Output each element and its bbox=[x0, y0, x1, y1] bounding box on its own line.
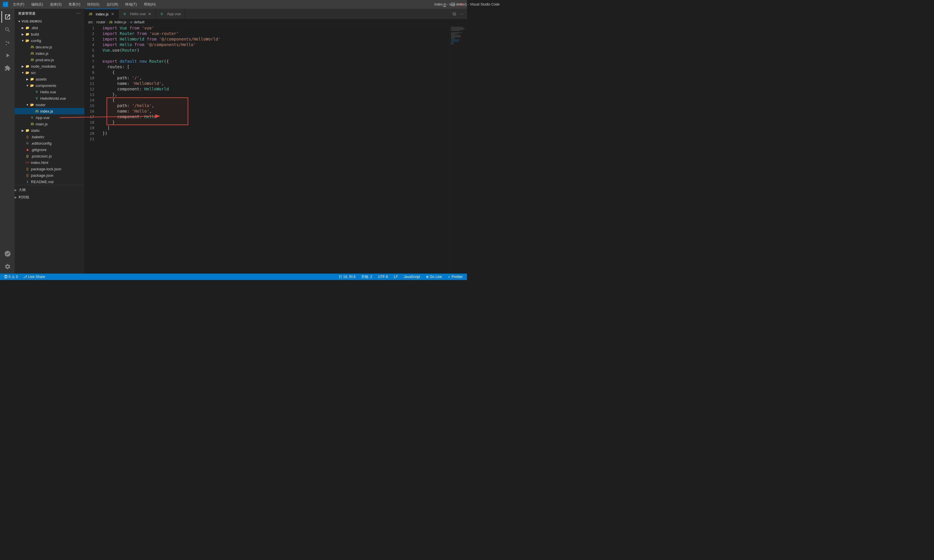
tab-index-js[interactable]: JS index.js ✕ bbox=[85, 9, 119, 19]
breadcrumb: src › router › JS index.js › ⊛ default bbox=[85, 19, 467, 25]
dist-arrow: ▶ bbox=[20, 25, 25, 30]
outline-section[interactable]: ▶ 大纲 bbox=[15, 186, 84, 194]
menu-select[interactable]: 选择(S) bbox=[49, 2, 63, 8]
code-line-3: import HelloWorld from '@/components/Hel… bbox=[102, 37, 450, 42]
tree-item-static[interactable]: ▶ 📁 static bbox=[15, 127, 84, 134]
menu-help[interactable]: 帮助(H) bbox=[143, 2, 157, 8]
code-editor[interactable]: 12345 678910 1112131415 1617181920 21 im… bbox=[85, 25, 467, 274]
code-line-12: component: HelloWorld bbox=[102, 86, 450, 92]
tree-item-editorconfig[interactable]: ▶ ⚙ .editorconfig bbox=[15, 140, 84, 146]
split-editor-button[interactable]: ⧉ bbox=[451, 11, 457, 17]
tab-hello-vue-close[interactable]: ✕ bbox=[147, 12, 152, 16]
postcssrc-label: .postcssrc.js bbox=[31, 154, 52, 158]
status-eol[interactable]: LF bbox=[393, 275, 399, 279]
activity-scm[interactable] bbox=[2, 37, 13, 48]
pkg-icon: {} bbox=[25, 173, 30, 178]
titlebar-menu[interactable]: 文件(F) 编辑(E) 选择(S) 查看(V) 转到(G) 运行(R) 终端(T… bbox=[12, 2, 157, 8]
code-content[interactable]: import Vue from 'vue' import Router from… bbox=[98, 25, 450, 274]
tree-item-hello-vue[interactable]: ▶ V Hello.vue bbox=[15, 89, 84, 95]
menu-run[interactable]: 运行(R) bbox=[105, 2, 120, 8]
menu-edit[interactable]: 编辑(E) bbox=[30, 2, 44, 8]
code-line-17: component: Hello bbox=[102, 114, 450, 120]
status-live-share[interactable]: ⎇ Live Share bbox=[22, 275, 46, 279]
hello-vue-icon: V bbox=[34, 89, 39, 94]
breadcrumb-src[interactable]: src bbox=[88, 20, 93, 24]
menu-view[interactable]: 查看(V) bbox=[68, 2, 82, 8]
status-language[interactable]: JavaScript bbox=[402, 275, 421, 279]
line-numbers: 12345 678910 1112131415 1617181920 21 bbox=[85, 25, 98, 274]
tree-item-postcssrc[interactable]: ▶ {} .postcssrc.js bbox=[15, 153, 84, 159]
tree-item-assets[interactable]: ▶ 📁 assets bbox=[15, 76, 84, 82]
activity-settings[interactable] bbox=[2, 261, 13, 272]
tree-item-components[interactable]: ▼ 📂 components bbox=[15, 82, 84, 89]
tree-item-build[interactable]: ▶ 📁 build bbox=[15, 31, 84, 37]
tree-item-main-js[interactable]: ▶ JS main.js bbox=[15, 121, 84, 127]
status-line-col[interactable]: 行 18, 列 6 bbox=[338, 274, 357, 279]
tree-item-config-index[interactable]: ▶ JS index.js bbox=[15, 50, 84, 57]
sidebar-more-button[interactable]: ··· bbox=[77, 11, 81, 16]
tree-item-pkg[interactable]: ▶ {} package.json bbox=[15, 172, 84, 178]
tree-item-dist[interactable]: ▶ 📁 .dist bbox=[15, 25, 84, 31]
gitignore-icon: ◆ bbox=[25, 147, 30, 152]
warning-icon: △ bbox=[11, 275, 15, 279]
tree-item-readme[interactable]: ▶ ℹ README.md bbox=[15, 178, 84, 185]
minimap-content bbox=[451, 27, 465, 45]
timeline-section[interactable]: ▶ 时间线 bbox=[15, 194, 84, 201]
activity-bar bbox=[0, 9, 15, 274]
config-label: config bbox=[31, 38, 41, 43]
tree-root[interactable]: ▼ VUE-DEMO1 bbox=[15, 18, 84, 25]
hello-vue-label: Hello.vue bbox=[40, 90, 56, 94]
editor-area: JS index.js ✕ V Hello.vue ✕ V App.vue ⧉ … bbox=[85, 9, 467, 274]
tree-item-app-vue[interactable]: ▶ V App.vue bbox=[15, 114, 84, 121]
readme-icon: ℹ bbox=[25, 179, 30, 184]
status-spaces[interactable]: 空格: 2 bbox=[360, 274, 373, 279]
activity-debug[interactable] bbox=[2, 49, 13, 61]
breadcrumb-symbol[interactable]: ⊛ default bbox=[130, 20, 145, 24]
tree-item-index-html[interactable]: ▶ </> index.html bbox=[15, 159, 84, 166]
config-index-label: index.js bbox=[35, 51, 48, 56]
tree-item-helloworld-vue[interactable]: ▶ V HelloWorld.vue bbox=[15, 95, 84, 102]
breadcrumb-file[interactable]: JS index.js bbox=[109, 20, 126, 24]
tree-item-node-modules[interactable]: ▶ 📁 node_modules bbox=[15, 63, 84, 69]
menu-terminal[interactable]: 终端(T) bbox=[124, 2, 138, 8]
tab-actions: ⧉ ··· bbox=[451, 9, 467, 19]
activity-search[interactable] bbox=[2, 24, 13, 35]
minimap bbox=[450, 25, 467, 274]
tree-item-dev-env[interactable]: ▶ JS dev.env.js bbox=[15, 44, 84, 50]
status-errors[interactable]: ⓵ 0 △ 0 bbox=[3, 275, 19, 279]
tree-item-prod-env[interactable]: ▶ JS prod.env.js bbox=[15, 57, 84, 63]
activity-remote[interactable] bbox=[2, 248, 13, 260]
timeline-arrow: ▶ bbox=[15, 196, 17, 199]
prod-env-label: prod.env.js bbox=[35, 58, 54, 62]
tree-item-pkg-lock[interactable]: ▶ {} package-lock.json bbox=[15, 166, 84, 172]
pkg-lock-label: package-lock.json bbox=[31, 167, 61, 171]
build-arrow: ▶ bbox=[20, 32, 25, 37]
code-line-16: name: 'Hello', bbox=[102, 109, 450, 114]
more-actions-button[interactable]: ··· bbox=[459, 11, 465, 17]
tree-item-config[interactable]: ▼ 📂 config bbox=[15, 37, 84, 44]
editorconfig-label: .editorconfig bbox=[31, 141, 52, 146]
status-go-live[interactable]: ⊕ Go Live bbox=[425, 275, 443, 279]
pkg-label: package.json bbox=[31, 173, 53, 178]
tab-app-vue[interactable]: V App.vue bbox=[156, 9, 185, 19]
tab-index-js-close[interactable]: ✕ bbox=[110, 12, 115, 16]
tree-item-gitignore[interactable]: ▶ ◆ .gitignore bbox=[15, 146, 84, 153]
tree-item-router-index[interactable]: ▶ JS index.js bbox=[15, 108, 84, 114]
breadcrumb-sep-3: › bbox=[128, 20, 129, 24]
menu-goto[interactable]: 转到(G) bbox=[86, 2, 100, 8]
main-js-icon: JS bbox=[30, 122, 34, 126]
router-index-icon: JS bbox=[34, 109, 39, 114]
menu-file[interactable]: 文件(F) bbox=[12, 2, 25, 8]
tree-item-router[interactable]: ▼ 📂 router bbox=[15, 102, 84, 108]
postcssrc-icon: {} bbox=[25, 154, 30, 158]
tab-hello-vue[interactable]: V Hello.vue ✕ bbox=[119, 9, 156, 19]
activity-extensions[interactable] bbox=[2, 62, 13, 74]
tree-item-src[interactable]: ▼ 📂 src bbox=[15, 69, 84, 76]
root-arrow: ▼ bbox=[17, 19, 22, 24]
status-encoding[interactable]: UTF-8 bbox=[377, 275, 389, 279]
tree-item-babelrc[interactable]: ▶ {} .babelrc bbox=[15, 134, 84, 140]
status-prettier[interactable]: ✓ Prettier bbox=[447, 275, 464, 279]
activity-explorer[interactable] bbox=[2, 11, 13, 23]
helloworld-label: HelloWorld.vue bbox=[40, 96, 66, 101]
breadcrumb-router[interactable]: router bbox=[96, 20, 105, 24]
